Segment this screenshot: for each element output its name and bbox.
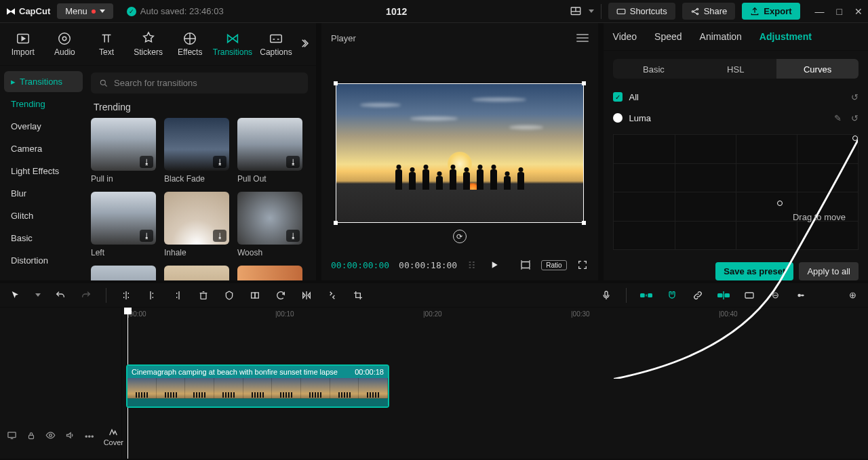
tool-dropdown-icon[interactable] [35,293,41,297]
mic-icon[interactable] [600,289,612,301]
download-icon[interactable]: ⭳ [213,230,226,242]
transition-thumb[interactable]: ⭳Left [91,192,156,257]
more-icon[interactable]: ••• [85,432,94,442]
redo-icon[interactable] [80,289,92,301]
ruler-mark: |00:40 [719,310,738,318]
svg-rect-18 [252,293,255,298]
transition-thumb[interactable]: ⭳ [164,266,229,280]
ratio-label[interactable]: Ratio [541,260,566,270]
trim-right-icon[interactable] [172,289,184,301]
sidebar-item-glitch[interactable]: Glitch [4,205,83,226]
undo-icon[interactable] [54,289,66,301]
transition-thumb[interactable]: ⭳Woosh [237,192,302,257]
download-icon[interactable]: ⭳ [213,156,226,168]
tab-import[interactable]: Import [4,27,42,61]
svg-line-7 [693,9,696,11]
fullscreen-icon[interactable] [576,259,589,270]
download-icon[interactable]: ⭳ [286,230,300,242]
svg-line-8 [693,12,696,13]
svg-point-14 [100,80,105,85]
export-button[interactable]: Export [742,3,800,20]
sidebar-item-transitions[interactable]: ▸ Transitions [4,71,83,92]
tab-transitions[interactable]: Transitions [213,27,252,61]
tab-effects[interactable]: Effects [171,27,209,61]
tab-captions[interactable]: Captions [256,27,296,61]
transition-thumb[interactable]: ⭳Pull in [91,118,156,184]
split-icon[interactable] [120,289,132,301]
seg-basic[interactable]: Basic [613,59,695,79]
transition-thumb[interactable]: ⭳ [91,266,156,280]
video-preview[interactable]: ⟳ [336,83,584,223]
media-panel: Import Audio Text Stickers Effects Trans… [0,23,316,280]
crop-icon[interactable] [352,289,364,301]
tab-stickers[interactable]: Stickers [130,27,167,61]
download-icon[interactable]: ⭳ [286,156,300,168]
cover-button[interactable]: Cover [104,426,123,446]
time-duration: 00:00:18:00 [399,260,457,270]
delete-icon[interactable] [197,289,210,301]
svg-point-10 [59,33,71,45]
tab-text[interactable]: Text [87,27,125,61]
maximize-icon[interactable]: □ [837,6,842,17]
share-button[interactable]: Share [682,3,736,20]
edit-icon[interactable]: ✎ [834,113,842,123]
minimize-icon[interactable]: — [815,6,825,17]
grid-view-icon[interactable] [467,259,479,270]
curves-editor[interactable]: Drag to move [613,134,859,250]
tab-speed[interactable]: Speed [654,31,682,42]
screen-icon[interactable] [7,430,17,442]
mirror-icon[interactable] [300,289,313,301]
sidebar-item-trending[interactable]: Trending [4,93,83,114]
mute-icon[interactable] [65,430,75,442]
tab-video[interactable]: Video [613,31,637,42]
select-tool[interactable] [9,289,22,301]
download-icon[interactable]: ⭳ [140,230,153,242]
curve-channel-luma[interactable]: Luma ✎↺ [613,108,859,129]
sidebar-item-camera[interactable]: Camera [4,138,83,159]
shortcuts-button[interactable]: Shortcuts [608,3,675,20]
project-title: 1012 [386,6,407,17]
download-icon[interactable]: ⭳ [140,156,153,168]
refresh-icon[interactable]: ⟳ [453,230,467,243]
video-clip[interactable]: Cinemagraph camping at beach with bonfir… [126,364,389,408]
play-button[interactable] [488,259,500,270]
rotate-icon[interactable] [275,289,287,301]
tab-audio[interactable]: Audio [46,27,84,61]
drag-hint: Drag to move [793,212,846,222]
svg-point-4 [692,10,693,12]
sidebar-item-overlay[interactable]: Overlay [4,116,83,137]
marker-icon[interactable] [223,289,235,301]
close-icon[interactable]: ✕ [854,6,863,17]
reset-icon[interactable]: ↺ [851,113,859,123]
transition-thumb[interactable]: ⭳Pull Out [237,118,302,184]
swap-icon[interactable] [326,289,338,301]
seg-hsl[interactable]: HSL [694,59,776,79]
svg-point-5 [696,8,698,9]
tab-adjustment[interactable]: Adjustment [760,31,812,42]
tab-animation[interactable]: Animation [700,31,742,42]
trim-left-icon[interactable] [146,289,158,301]
more-tabs-icon[interactable] [300,37,312,51]
transition-thumb[interactable]: ⭳ [237,266,302,280]
sidebar-item-basic[interactable]: Basic [4,228,83,249]
transition-thumb[interactable]: ⭳Inhale [164,192,229,257]
sidebar-item-blur[interactable]: Blur [4,183,83,204]
chevron-down-icon[interactable] [589,9,594,13]
layout-icon[interactable] [570,5,582,18]
group-icon[interactable] [249,289,261,301]
curve-channel-all[interactable]: ✓All ↺ [613,87,859,108]
lock-icon[interactable] [26,431,36,442]
search-input[interactable]: Search for transitions [91,72,308,93]
svg-rect-30 [8,432,16,438]
seg-curves[interactable]: Curves [776,59,859,79]
sidebar-item-distortion[interactable]: Distortion [4,250,83,271]
player-menu-icon[interactable] [576,34,589,42]
fit-icon[interactable] [519,259,532,271]
svg-rect-16 [521,262,530,268]
transition-thumb[interactable]: ⭳Black Fade [164,118,229,184]
menu-button[interactable]: Menu [57,3,113,19]
eye-icon[interactable] [45,430,56,442]
reset-icon[interactable]: ↺ [851,92,859,102]
app-logo: CapCut [5,6,50,17]
sidebar-item-light[interactable]: Light Effects [4,161,83,182]
